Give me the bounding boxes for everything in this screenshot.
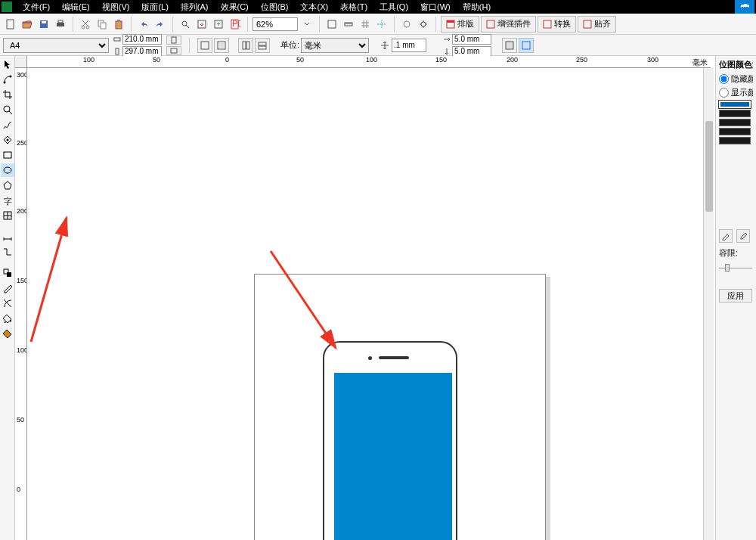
app-logo-icon [2, 2, 12, 12]
polygon-tool[interactable] [1, 178, 14, 192]
rectangle-tool[interactable] [1, 148, 14, 162]
new-button[interactable] [3, 17, 18, 32]
docker-layout-button[interactable]: 排版 [441, 16, 479, 33]
width-icon [113, 36, 121, 43]
zoom-dropdown-icon[interactable] [299, 17, 314, 32]
full-screen-button[interactable] [324, 17, 339, 32]
eyedropper-tool[interactable] [1, 281, 14, 295]
page-size-select[interactable]: A4 [3, 38, 109, 53]
menu-window[interactable]: 窗口(W) [414, 2, 457, 13]
copy-button[interactable] [94, 17, 110, 32]
page-layout-button2[interactable] [255, 38, 270, 53]
svg-rect-31 [171, 48, 177, 53]
horizontal-ruler[interactable]: 100 50 0 50 100 150 200 250 300 [15, 56, 711, 68]
unit-select[interactable]: 毫米 [301, 38, 369, 53]
svg-rect-45 [4, 152, 11, 158]
zoom-tool[interactable] [1, 103, 14, 116]
docker-transform-button[interactable]: 转换 [538, 16, 576, 33]
menu-help[interactable]: 帮助(H) [457, 2, 497, 13]
menu-arrange[interactable]: 排列(A) [175, 2, 215, 13]
crop-tool[interactable] [1, 88, 14, 101]
vertical-scrollbar[interactable] [703, 68, 714, 540]
page-layout-button1[interactable] [238, 38, 253, 53]
paste-button[interactable] [111, 17, 126, 32]
pick-tool[interactable] [1, 57, 14, 71]
cut-button[interactable] [78, 17, 93, 32]
docker-plugin-button[interactable]: 增强插件 [481, 16, 536, 33]
show-color-radio[interactable]: 显示颜色 [719, 87, 753, 98]
export-button[interactable] [211, 17, 226, 32]
shape-tool[interactable] [1, 73, 14, 86]
scrollbar-thumb[interactable] [705, 121, 713, 212]
edit-color-button[interactable] [719, 229, 733, 243]
phone-camera-shape[interactable] [368, 356, 372, 360]
save-button[interactable] [36, 17, 51, 32]
svg-rect-36 [246, 42, 249, 49]
relative-button[interactable] [519, 38, 534, 53]
options-button[interactable] [416, 17, 431, 32]
ellipse-tool[interactable] [1, 163, 14, 177]
color-swatch-2[interactable] [719, 110, 751, 117]
menu-edit[interactable]: 编辑(E) [56, 2, 96, 13]
menu-bitmap[interactable]: 位图(B) [255, 2, 295, 13]
freehand-tool[interactable] [1, 118, 14, 132]
show-guides-button[interactable] [374, 17, 389, 32]
canvas[interactable] [27, 68, 711, 540]
bitmap-color-mask-docker: 位图颜色遮罩 隐藏颜色 显示颜色 容限: 应用 [715, 56, 756, 540]
fill-tool[interactable] [1, 312, 14, 325]
ruler-origin[interactable] [15, 56, 27, 68]
nudge-input[interactable] [392, 39, 426, 52]
snap-off-button[interactable] [399, 17, 414, 32]
color-swatch-3[interactable] [719, 119, 751, 126]
show-rulers-button[interactable] [341, 17, 356, 32]
interactive-tool[interactable] [1, 266, 14, 280]
vertical-ruler[interactable]: 300 250 200 150 100 50 0 [15, 68, 27, 540]
color-swatch-1[interactable] [719, 101, 751, 108]
show-grid-button[interactable] [358, 17, 373, 32]
menu-tools[interactable]: 工具(Q) [373, 2, 414, 13]
color-swatch-5[interactable] [719, 137, 751, 144]
treat-as-filled-button[interactable] [502, 38, 517, 53]
tolerance-slider[interactable] [719, 262, 752, 274]
menu-file[interactable]: 文件(F) [17, 2, 56, 13]
hide-color-radio[interactable]: 隐藏颜色 [719, 73, 753, 85]
dimension-tool[interactable] [1, 230, 14, 244]
outline-tool[interactable] [1, 296, 14, 310]
text-tool[interactable]: 字 [1, 194, 14, 207]
duplicate-y-input[interactable] [452, 46, 491, 57]
cloud-sync-icon[interactable] [735, 0, 754, 14]
connector-tool[interactable] [1, 245, 14, 259]
phone-outline-shape[interactable] [323, 341, 457, 540]
current-page-button[interactable] [214, 38, 229, 53]
interactive-fill-tool[interactable] [1, 327, 14, 340]
smart-fill-tool[interactable] [1, 133, 14, 147]
redo-button[interactable] [153, 17, 168, 32]
phone-screen-shape[interactable] [334, 373, 452, 540]
undo-button[interactable] [136, 17, 151, 32]
menu-layout[interactable]: 版面(L) [135, 2, 174, 13]
table-tool[interactable] [1, 209, 14, 222]
menu-effects[interactable]: 效果(C) [215, 2, 255, 13]
height-icon [113, 48, 121, 55]
color-swatch-4[interactable] [719, 128, 751, 135]
portrait-button[interactable] [166, 36, 181, 45]
all-pages-button[interactable] [197, 38, 212, 53]
page-width-input[interactable] [122, 34, 162, 45]
publish-pdf-button[interactable]: PDF [228, 17, 243, 32]
page-height-input[interactable] [122, 46, 162, 57]
apply-button[interactable]: 应用 [719, 289, 752, 303]
import-button[interactable] [194, 17, 209, 32]
duplicate-x-input[interactable] [452, 34, 491, 45]
docker-snap-button[interactable]: 贴齐 [578, 16, 616, 33]
menu-table[interactable]: 表格(T) [334, 2, 373, 13]
landscape-button[interactable] [166, 46, 181, 55]
open-button[interactable] [20, 17, 35, 32]
menu-text[interactable]: 文本(X) [294, 2, 334, 13]
search-content-button[interactable] [178, 17, 193, 32]
toolbox: 字 [0, 56, 15, 540]
phone-speaker-shape[interactable] [379, 356, 409, 359]
zoom-level-input[interactable] [253, 17, 298, 31]
eyedropper-mask-button[interactable] [736, 229, 750, 243]
menu-view[interactable]: 视图(V) [96, 2, 136, 13]
print-button[interactable] [53, 17, 68, 32]
